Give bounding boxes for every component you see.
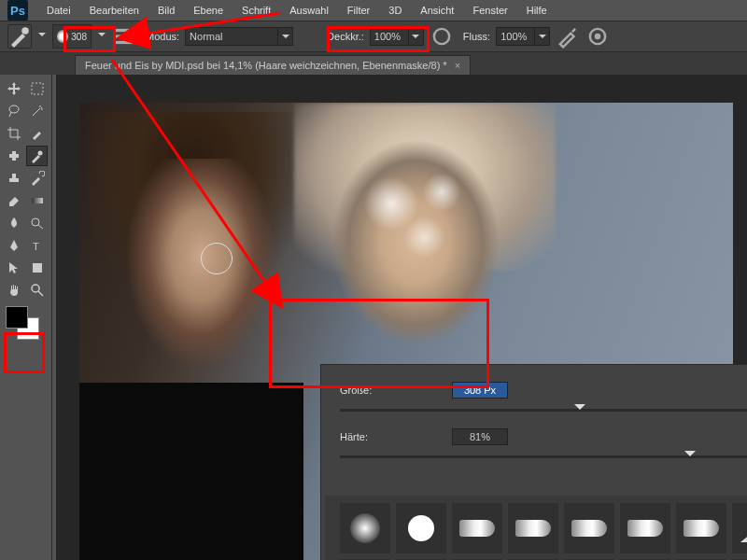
brush-size-value: 308 — [71, 32, 87, 42]
mode-dropdown-icon[interactable] — [278, 27, 293, 46]
airbrush-icon[interactable] — [556, 24, 580, 49]
size-slider[interactable] — [340, 404, 747, 417]
opacity-dropdown-icon[interactable] — [409, 27, 424, 46]
brush-preset-panel: Größe: 308 Px Härte: 81% — [320, 364, 747, 560]
opacity-combo[interactable]: 100% — [370, 27, 424, 46]
svg-rect-1 — [115, 29, 134, 32]
menu-filter[interactable]: Filter — [338, 0, 379, 21]
opacity-pressure-icon[interactable] — [430, 24, 454, 49]
flow-dropdown-icon[interactable] — [535, 27, 550, 46]
eraser-tool[interactable] — [4, 190, 25, 211]
brush-preset[interactable] — [676, 503, 726, 553]
dodge-tool[interactable] — [27, 213, 49, 233]
app-logo: Ps — [7, 0, 28, 21]
hardness-input[interactable]: 81% — [452, 428, 508, 445]
brush-preset-picker[interactable]: 308 — [52, 24, 92, 49]
svg-point-11 — [37, 151, 42, 156]
document-tab[interactable]: Feuer und Eis by MDI.psd bei 14,1% (Haar… — [75, 55, 471, 75]
tablet-pressure-icon[interactable] — [585, 24, 610, 49]
menu-3d[interactable]: 3D — [379, 0, 411, 21]
tool-preset-dropdown[interactable] — [37, 32, 47, 41]
toolbox: T — [0, 75, 52, 560]
mode-combo[interactable]: Normal — [185, 27, 293, 46]
marquee-tool[interactable] — [27, 78, 49, 99]
menu-hilfe[interactable]: Hilfe — [517, 0, 557, 21]
stamp-tool[interactable] — [4, 168, 25, 189]
close-tab-icon[interactable]: × — [455, 60, 460, 71]
svg-point-0 — [21, 27, 29, 35]
heal-tool[interactable] — [4, 146, 24, 166]
opacity-label: Deckkr.: — [327, 31, 364, 42]
quickmask-icon[interactable] — [4, 355, 19, 368]
brush-preset-dropdown[interactable] — [97, 32, 106, 41]
menu-schrift[interactable]: Schrift — [233, 0, 280, 21]
shape-tool[interactable] — [27, 258, 49, 278]
brush-preset[interactable] — [620, 503, 670, 553]
flow-combo[interactable]: 100% — [496, 27, 550, 46]
screenmode-icon[interactable] — [21, 355, 35, 368]
flow-value: 100% — [496, 27, 535, 46]
brush-cursor-icon — [201, 243, 233, 274]
svg-rect-15 — [33, 263, 42, 273]
menu-bearbeiten[interactable]: Bearbeiten — [80, 0, 148, 21]
pen-tool[interactable] — [4, 235, 25, 256]
eyedropper-tool[interactable] — [27, 123, 49, 144]
size-input[interactable]: 308 Px — [452, 382, 508, 399]
opacity-value: 100% — [370, 27, 409, 46]
wand-tool[interactable] — [27, 101, 49, 121]
brush-preset[interactable] — [396, 503, 446, 553]
mode-label: Modus: — [146, 31, 179, 42]
foreground-color[interactable] — [6, 306, 28, 329]
brush-panel-toggle-icon[interactable] — [112, 24, 136, 49]
gradient-tool[interactable] — [27, 190, 49, 211]
hardness-label: Härte: — [340, 431, 452, 442]
menu-auswahl[interactable]: Auswahl — [280, 0, 338, 21]
svg-point-13 — [32, 218, 39, 226]
svg-rect-10 — [12, 151, 16, 161]
path-select-tool[interactable] — [4, 258, 25, 278]
svg-rect-3 — [115, 41, 134, 44]
svg-rect-2 — [115, 35, 134, 37]
svg-point-8 — [9, 105, 19, 113]
mode-value: Normal — [185, 27, 278, 46]
svg-text:T: T — [33, 241, 39, 252]
hardness-slider[interactable] — [340, 451, 747, 464]
svg-point-6 — [595, 34, 601, 40]
brush-preset[interactable] — [452, 503, 502, 553]
crop-tool[interactable] — [4, 123, 25, 144]
menu-ansicht[interactable]: Ansicht — [411, 0, 463, 21]
brush-preset[interactable] — [340, 503, 390, 553]
type-tool[interactable]: T — [27, 235, 49, 256]
svg-rect-12 — [32, 198, 43, 203]
brush-thumbnail-icon — [57, 30, 68, 43]
size-label: Größe: — [340, 385, 452, 396]
brush-preset[interactable] — [732, 503, 747, 553]
history-brush-tool[interactable] — [27, 168, 49, 189]
canvas-area[interactable]: Größe: 308 Px Härte: 81% — [56, 75, 747, 560]
lasso-tool[interactable] — [4, 101, 25, 121]
menu-ebene[interactable]: Ebene — [184, 0, 233, 21]
svg-point-4 — [434, 29, 449, 44]
color-swatches[interactable] — [4, 306, 41, 343]
blur-tool[interactable] — [4, 213, 25, 233]
hand-tool[interactable] — [4, 280, 25, 301]
brush-preset[interactable] — [564, 503, 614, 553]
current-tool-icon[interactable] — [7, 24, 32, 49]
move-tool[interactable] — [4, 78, 25, 99]
svg-point-16 — [32, 285, 39, 292]
svg-rect-7 — [32, 83, 43, 94]
menu-fenster[interactable]: Fenster — [463, 0, 516, 21]
brush-preset-grid — [325, 496, 747, 560]
brush-preset[interactable] — [508, 503, 558, 553]
document-tab-title: Feuer und Eis by MDI.psd bei 14,1% (Haar… — [85, 60, 447, 71]
menu-datei[interactable]: Datei — [37, 0, 80, 21]
brush-tool[interactable] — [26, 146, 48, 166]
flow-label: Fluss: — [463, 31, 490, 42]
menu-bild[interactable]: Bild — [148, 0, 184, 21]
zoom-tool[interactable] — [27, 280, 49, 301]
